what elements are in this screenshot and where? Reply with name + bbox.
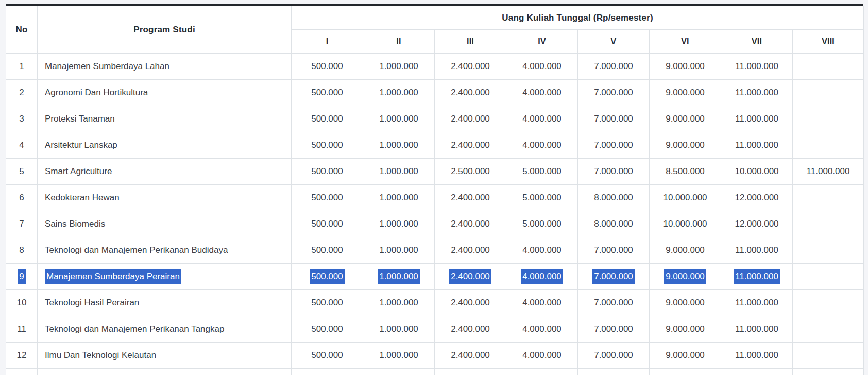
fee-cell: 10.000.000 [650,211,721,237]
fee-cell-text: 7.000.000 [594,166,633,176]
fee-cell-text: 7.000.000 [592,269,635,284]
fee-cell-text: 1.000.000 [379,140,418,150]
fee-cell: 4.000.000 [506,54,578,80]
table-row: 4Arsitektur Lanskap500.0001.000.0002.400… [6,132,864,159]
fee-cell-text: 2.400.000 [451,350,490,360]
program-name-cell-text: Manajemen Sumberdaya Lahan [45,61,169,71]
fee-cell-text: 500.000 [311,114,343,124]
empty-cell [650,369,721,375]
fee-cell-text: 2.400.000 [451,114,490,124]
fee-cell-text: 8.500.000 [666,166,705,176]
fee-cell: 2.400.000 [435,80,506,106]
fee-cell: 2.400.000 [435,316,506,343]
table-row: 2Agronomi Dan Hortikultura500.0001.000.0… [6,80,864,106]
fee-cell: 4.000.000 [506,80,578,106]
fee-cell: 9.000.000 [650,264,721,290]
fee-cell: 7.000.000 [578,264,650,290]
fee-cell: 2.400.000 [435,54,506,80]
no-column-header: No [6,6,38,54]
fee-cell: 8.500.000 [650,159,721,185]
fee-cell: 11.000.000 [721,132,793,159]
program-name-cell-text: Smart Agriculture [45,166,112,176]
fee-cell: 1.000.000 [363,343,435,369]
fee-cell-text: 2.500.000 [451,166,490,176]
empty-cell [363,369,435,375]
fee-cell-text: 9.000.000 [666,140,705,150]
fee-cell-text: 500.000 [311,350,343,360]
fee-cell-text: 10.000.000 [663,219,707,229]
fee-cell: 500.000 [292,159,363,185]
table-row: 5Smart Agriculture500.0001.000.0002.500.… [6,159,864,185]
fee-cell-text: 500.000 [311,298,343,308]
table-header: No Program Studi Uang Kuliah Tunggal (Rp… [6,6,864,54]
fee-cell: 9.000.000 [650,106,721,132]
fee-cell-text: 1.000.000 [379,245,418,255]
fee-cell: 2.400.000 [435,106,506,132]
fee-cell [793,80,864,106]
program-name-cell: Ilmu Dan Teknologi Kelautan [38,343,292,369]
program-name-cell-text: Agronomi Dan Hortikultura [45,88,148,97]
fee-cell-text: 4.000.000 [522,350,561,360]
program-name-cell: Sains Biomedis [38,211,292,237]
fee-cell: 9.000.000 [650,237,721,264]
fee-cell-text: 1.000.000 [379,298,418,308]
table-row: 8Teknologi dan Manajemen Perikanan Budid… [6,237,864,264]
fee-cell-text: 4.000.000 [522,245,561,255]
fee-cell [793,54,864,80]
semester-col-header-5: V [578,30,650,54]
program-name-cell: Manajemen Sumberdaya Perairan [38,264,292,290]
program-name-cell-text: Manajemen Sumberdaya Perairan [45,269,181,284]
row-number-cell-text: 5 [19,166,24,176]
fee-cell-text: 11.000.000 [735,88,778,97]
fee-cell-text: 8.000.000 [594,219,633,229]
row-number-cell-text: 10 [17,298,27,308]
empty-cell [292,369,363,375]
fee-cell-text: 7.000.000 [594,298,633,308]
fee-cell-text: 5.000.000 [522,166,561,176]
fee-cell: 1.000.000 [363,80,435,106]
program-name-cell-text: Proteksi Tanaman [45,114,115,124]
fee-cell-text: 5.000.000 [522,193,561,202]
row-number-cell: 11 [6,316,38,343]
program-name-cell: Proteksi Tanaman [38,106,292,132]
fee-cell-text: 7.000.000 [594,114,633,124]
fee-cell-text: 9.000.000 [664,269,706,284]
fee-cell: 2.400.000 [435,185,506,211]
program-name-cell-text: Teknologi dan Manajemen Perikanan Budida… [45,245,228,255]
row-number-cell-text: 4 [19,140,24,150]
fee-cell-text: 9.000.000 [666,324,705,334]
fee-cell: 7.000.000 [578,132,650,159]
fee-cell-text: 9.000.000 [666,245,705,255]
fee-cell [793,343,864,369]
fee-cell: 4.000.000 [506,237,578,264]
fee-cell-text: 500.000 [310,269,344,284]
fee-cell-text: 11.000.000 [735,245,778,255]
program-name-cell: Arsitektur Lanskap [38,132,292,159]
table-row: 9Manajemen Sumberdaya Perairan500.0001.0… [6,264,864,290]
fee-cell: 1.000.000 [363,237,435,264]
ukt-group-header: Uang Kuliah Tunggal (Rp/semester) [292,6,864,30]
semester-col-header-3: III [435,30,506,54]
fee-cell: 9.000.000 [650,343,721,369]
fee-cell [793,185,864,211]
fee-cell-text: 500.000 [311,245,343,255]
fee-cell: 500.000 [292,211,363,237]
fee-cell [793,132,864,159]
fee-cell: 11.000.000 [721,316,793,343]
tuition-fee-table: No Program Studi Uang Kuliah Tunggal (Rp… [6,6,864,375]
fee-cell-text: 9.000.000 [666,298,705,308]
fee-cell: 1.000.000 [363,211,435,237]
table-row-partial [6,369,864,375]
row-number-cell-text: 12 [17,350,27,360]
group-header-row: No Program Studi Uang Kuliah Tunggal (Rp… [6,6,864,30]
fee-cell: 500.000 [292,80,363,106]
fee-cell-text: 2.400.000 [451,88,490,97]
fee-cell: 500.000 [292,54,363,80]
fee-cell: 7.000.000 [578,237,650,264]
row-number-cell-text: 2 [19,88,24,97]
fee-cell-text: 11.000.000 [735,61,778,71]
fee-cell: 11.000.000 [721,343,793,369]
fee-cell-text: 1.000.000 [379,88,418,97]
fee-cell: 11.000.000 [721,80,793,106]
table-row: 7Sains Biomedis500.0001.000.0002.400.000… [6,211,864,237]
